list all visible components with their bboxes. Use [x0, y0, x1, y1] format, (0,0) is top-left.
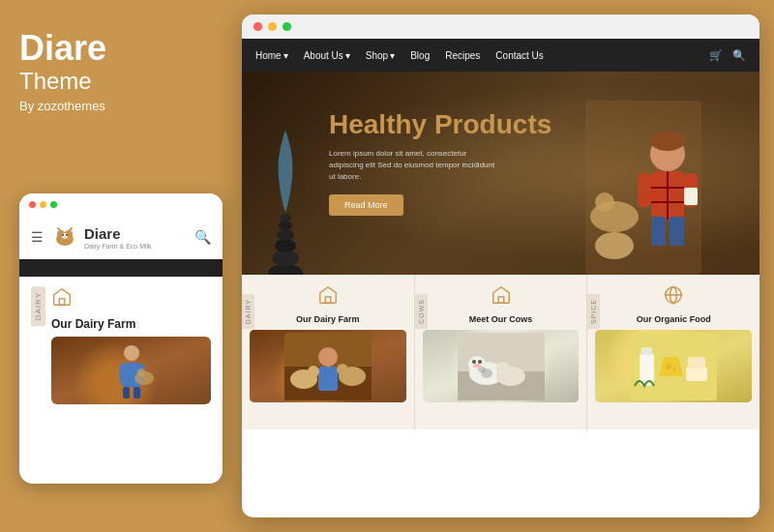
svg-point-47	[337, 364, 348, 375]
dairy-farm-image	[284, 333, 372, 400]
desktop-dot-green	[283, 22, 291, 31]
svg-rect-69	[686, 367, 707, 381]
card-label-food: Spice	[587, 294, 600, 329]
desktop-mockup: Home ▾ About Us ▾ Shop ▾ Blog Recipes Co…	[242, 15, 759, 517]
svg-rect-36	[651, 217, 666, 246]
mobile-navbar: ☰ Diare Dairy Farm & Eco Milk 🔍	[19, 216, 223, 259]
desktop-navbar: Home ▾ About Us ▾ Shop ▾ Blog Recipes Co…	[242, 39, 759, 72]
hero-farmer	[585, 101, 701, 275]
nav-shop-label: Shop	[366, 50, 388, 61]
hero-title-white: Healthy	[329, 109, 434, 139]
desktop-card-dairy: Dairy Our Dairy Farm	[242, 275, 415, 429]
svg-point-60	[478, 360, 482, 364]
svg-rect-70	[688, 357, 705, 369]
svg-point-59	[472, 360, 476, 364]
card-title-food: Our Organic Food	[637, 314, 711, 324]
card-label-cows: Cows	[415, 294, 428, 329]
nav-about-label: About Us	[304, 50, 343, 61]
card-icon-cows	[491, 284, 512, 310]
nav-item-about[interactable]: About Us ▾	[304, 50, 350, 61]
svg-point-67	[666, 364, 671, 369]
mobile-logo-icon	[51, 223, 78, 251]
svg-point-61	[473, 364, 481, 368]
brand-name: Diare	[19, 29, 213, 68]
svg-rect-64	[640, 352, 654, 386]
svg-rect-9	[59, 299, 65, 305]
svg-point-10	[124, 345, 139, 361]
mobile-card: Dairy Our Dairy Farm	[19, 277, 223, 410]
hero-title-gold: Products	[434, 109, 551, 139]
desktop-title-bar	[242, 15, 759, 39]
mobile-card-image	[51, 337, 211, 404]
mobile-dots	[29, 201, 57, 208]
farmer-figure	[107, 341, 156, 399]
svg-rect-37	[670, 217, 684, 246]
svg-rect-41	[325, 297, 331, 303]
hero-content: Healthy Products Lorem ipsum dolor sit a…	[329, 110, 551, 216]
desktop-dot-red	[253, 22, 262, 31]
card-image-dairy-inner	[250, 330, 406, 402]
mobile-dot-green	[50, 201, 57, 208]
nav-item-recipes[interactable]: Recipes	[445, 50, 480, 61]
card-image-cows-inner	[423, 330, 580, 402]
svg-rect-15	[134, 387, 140, 399]
svg-point-17	[137, 369, 145, 376]
svg-rect-33	[638, 173, 651, 207]
svg-point-5	[66, 234, 68, 236]
brand-subtitle: Theme	[19, 68, 213, 95]
svg-point-21	[272, 251, 299, 266]
card-title-dairy: Our Dairy Farm	[296, 314, 360, 324]
desktop-nav-icons: 🛒 🔍	[709, 49, 746, 62]
svg-point-28	[650, 132, 685, 151]
mobile-card-label: Dairy	[31, 286, 45, 326]
desktop-card-cows: Cows Meet Our Cows	[415, 275, 588, 429]
nav-contact-label: Contact Us	[495, 50, 543, 61]
svg-point-58	[478, 367, 486, 372]
svg-point-22	[275, 239, 296, 252]
svg-point-24	[279, 221, 292, 230]
mobile-logo-tagline: Dairy Farm & Eco Milk	[84, 243, 152, 250]
svg-rect-35	[684, 188, 698, 205]
mobile-search-icon[interactable]: 🔍	[194, 229, 211, 245]
svg-point-56	[496, 362, 510, 375]
mobile-card-image-inner	[51, 337, 211, 404]
cart-icon[interactable]: 🛒	[709, 49, 723, 62]
svg-point-44	[318, 347, 338, 367]
svg-point-39	[595, 192, 614, 212]
svg-rect-14	[123, 387, 130, 399]
desktop-card-food: Spice Our Organic Food	[587, 275, 759, 429]
mobile-dark-strip	[19, 259, 223, 277]
search-icon[interactable]: 🔍	[732, 49, 746, 62]
svg-line-8	[69, 228, 72, 231]
hamburger-icon[interactable]: ☰	[31, 229, 44, 245]
hero-read-more-button[interactable]: Read More	[329, 194, 403, 216]
card-image-food	[595, 330, 752, 402]
svg-line-7	[58, 228, 61, 231]
svg-rect-45	[318, 367, 338, 391]
svg-point-23	[277, 229, 294, 241]
mobile-dot-red	[29, 201, 36, 208]
desktop-dot-yellow	[268, 22, 277, 31]
svg-rect-50	[498, 297, 504, 303]
card-title-cows: Meet Our Cows	[469, 314, 533, 324]
nav-item-home[interactable]: Home ▾	[255, 50, 288, 61]
mobile-logo: Diare Dairy Farm & Eco Milk	[51, 223, 187, 251]
food-image	[630, 333, 717, 400]
nav-item-shop[interactable]: Shop ▾	[366, 50, 395, 61]
card-label-dairy: Dairy	[242, 294, 254, 329]
svg-point-4	[62, 234, 64, 236]
nav-blog-label: Blog	[410, 50, 430, 61]
card-icon-dairy	[317, 284, 339, 310]
nav-shop-arrow: ▾	[390, 50, 395, 61]
svg-point-25	[280, 214, 291, 222]
hero-description: Lorem ipsum dolor sit amet, consectetur …	[329, 148, 503, 183]
left-panel: Diare Theme By zozothemes	[19, 29, 213, 113]
nav-item-blog[interactable]: Blog	[410, 50, 430, 61]
svg-point-40	[595, 232, 634, 259]
nav-item-contact[interactable]: Contact Us	[495, 50, 543, 61]
desktop-cards: Dairy Our Dairy Farm	[242, 275, 759, 429]
card-image-cows	[423, 330, 580, 402]
mobile-mockup: ☰ Diare Dairy Farm & Eco Milk 🔍	[19, 193, 223, 484]
svg-rect-12	[119, 365, 127, 382]
card-image-dairy	[250, 330, 406, 402]
